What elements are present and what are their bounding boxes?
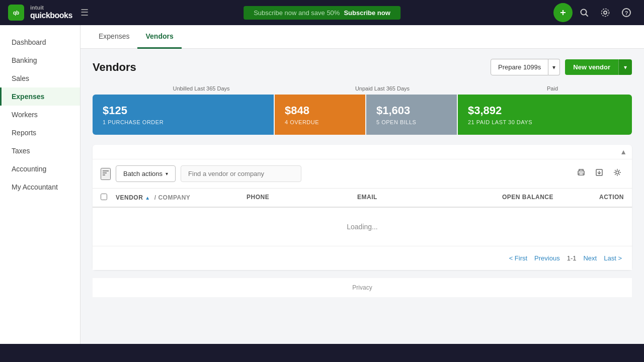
main-layout: Dashboard Banking Sales Expenses Workers… xyxy=(0,25,644,344)
settings-table-icon[interactable] xyxy=(611,166,624,182)
print-icon[interactable] xyxy=(575,166,588,182)
card-open-bills[interactable]: $1,603 5 OPEN BILLS xyxy=(366,95,457,135)
new-vendor-group: New vendor ▾ xyxy=(565,59,632,75)
svg-line-6 xyxy=(586,15,588,17)
privacy-footer: Privacy xyxy=(93,278,632,297)
card-purchase-orders-desc: 1 PURCHASE ORDER xyxy=(103,119,264,125)
intuit-logo-icon: qb xyxy=(8,5,24,21)
sidebar: Dashboard Banking Sales Expenses Workers… xyxy=(0,25,80,344)
svg-text:?: ? xyxy=(625,10,628,16)
card-overdue[interactable]: $848 4 OVERDUE xyxy=(275,95,365,135)
pagination-previous[interactable]: Previous xyxy=(532,253,562,263)
th-checkbox xyxy=(101,194,116,202)
sidebar-item-my-accountant[interactable]: My Accountant xyxy=(0,178,80,196)
summary-labels-row: Unbilled Last 365 Days Unpaid Last 365 D… xyxy=(93,85,632,95)
settings-button[interactable] xyxy=(596,3,615,22)
svg-point-7 xyxy=(604,11,607,14)
table-toolbar: Batch actions ▾ xyxy=(93,159,632,189)
batch-actions-label: Batch actions xyxy=(123,170,163,177)
th-email[interactable]: EMAIL xyxy=(357,194,488,202)
page-header: Vendors Prepare 1099s ▾ New vendor ▾ xyxy=(93,59,632,75)
th-action: ACTION xyxy=(564,194,624,202)
sort-icon-button[interactable] xyxy=(101,168,111,180)
top-nav-actions: ? xyxy=(553,3,636,22)
chevron-down-icon-green: ▾ xyxy=(624,64,627,71)
prepare-1099s-group: Prepare 1099s ▾ xyxy=(491,59,560,75)
sidebar-item-dashboard[interactable]: Dashboard xyxy=(0,33,80,51)
header-actions: Prepare 1099s ▾ New vendor ▾ xyxy=(491,59,632,75)
unpaid-label: Unpaid Last 365 Days xyxy=(292,85,473,92)
tab-expenses[interactable]: Expenses xyxy=(91,25,137,49)
svg-point-18 xyxy=(616,171,619,174)
add-button[interactable] xyxy=(553,3,573,22)
top-navigation: qb intuit quickbooks ☰ Subscribe now and… xyxy=(0,0,644,25)
paid-label: Paid xyxy=(473,85,632,92)
card-purchase-orders-amount: $125 xyxy=(103,104,264,117)
unbilled-label: Unbilled Last 365 Days xyxy=(111,85,292,92)
export-icon[interactable] xyxy=(593,166,606,182)
svg-text:qb: qb xyxy=(13,10,19,16)
table-loading: Loading... xyxy=(93,208,632,246)
page-title: Vendors xyxy=(93,61,136,74)
chevron-down-icon: ▾ xyxy=(552,64,555,71)
intuit-text: intuit xyxy=(30,5,72,11)
prepare-1099s-dropdown-button[interactable]: ▾ xyxy=(548,59,560,75)
vendor-search-input[interactable] xyxy=(181,165,301,182)
bottom-bar xyxy=(0,344,644,362)
card-open-bills-desc: 5 OPEN BILLS xyxy=(376,119,447,125)
th-vendor-label: VENDOR xyxy=(116,194,143,201)
batch-actions-button[interactable]: Batch actions ▾ xyxy=(116,165,176,182)
pagination-first[interactable]: < First xyxy=(507,253,529,263)
pagination: < First Previous 1-1 Next Last > xyxy=(93,246,632,270)
card-paid-last-30-desc: 21 PAID LAST 30 DAYS xyxy=(468,119,622,125)
subscribe-link[interactable]: Subscribe now xyxy=(344,9,390,17)
sidebar-item-accounting[interactable]: Accounting xyxy=(0,160,80,178)
th-open-balance[interactable]: OPEN BALANCE xyxy=(488,194,564,202)
new-vendor-dropdown-button[interactable]: ▾ xyxy=(618,59,632,75)
toolbar-right-icons xyxy=(575,166,624,182)
new-vendor-button[interactable]: New vendor xyxy=(565,59,618,75)
page-body: Vendors Prepare 1099s ▾ New vendor ▾ xyxy=(80,49,644,307)
card-overdue-amount: $848 xyxy=(285,104,355,117)
table-header: VENDOR ▲ / COMPANY PHONE EMAIL OPEN BALA… xyxy=(93,189,632,208)
collapse-bar: ▲ xyxy=(93,145,632,159)
card-paid-last-30-amount: $3,892 xyxy=(468,104,622,117)
card-purchase-orders[interactable]: $125 1 PURCHASE ORDER xyxy=(93,95,274,135)
tab-vendors[interactable]: Vendors xyxy=(137,25,181,49)
sort-asc-icon: ▲ xyxy=(145,195,150,201)
batch-actions-caret: ▾ xyxy=(166,171,168,176)
sub-navigation: Expenses Vendors xyxy=(80,25,644,49)
pagination-last[interactable]: Last > xyxy=(602,253,624,263)
sidebar-item-sales[interactable]: Sales xyxy=(0,69,80,87)
logo-text: intuit quickbooks xyxy=(30,5,72,21)
summary-cards-row: $125 1 PURCHASE ORDER $848 4 OVERDUE $1,… xyxy=(93,95,632,135)
th-phone[interactable]: PHONE xyxy=(247,194,357,202)
loading-text: Loading... xyxy=(347,223,378,231)
main-content: Expenses Vendors Vendors Prepare 1099s ▾… xyxy=(80,25,644,344)
collapse-button[interactable]: ▲ xyxy=(620,148,627,156)
card-overdue-desc: 4 OVERDUE xyxy=(285,119,355,125)
sidebar-item-workers[interactable]: Workers xyxy=(0,106,80,124)
logo-area: qb intuit quickbooks xyxy=(8,5,72,21)
th-company-divider: / COMPANY xyxy=(154,194,191,201)
prepare-1099s-button[interactable]: Prepare 1099s xyxy=(491,59,548,75)
privacy-link[interactable]: Privacy xyxy=(352,284,372,291)
sidebar-item-expenses[interactable]: Expenses xyxy=(0,87,80,106)
pagination-range: 1-1 xyxy=(565,253,579,263)
pagination-next[interactable]: Next xyxy=(581,253,599,263)
sidebar-item-reports[interactable]: Reports xyxy=(0,124,80,142)
summary-cards-container: Unbilled Last 365 Days Unpaid Last 365 D… xyxy=(93,85,632,135)
card-open-bills-amount: $1,603 xyxy=(376,104,447,117)
card-paid-last-30[interactable]: $3,892 21 PAID LAST 30 DAYS xyxy=(458,95,632,135)
select-all-checkbox[interactable] xyxy=(101,194,107,200)
menu-button[interactable]: ☰ xyxy=(80,7,89,18)
search-button[interactable] xyxy=(575,3,594,22)
promo-banner: Subscribe now and save 50% Subscribe now xyxy=(244,6,400,20)
svg-rect-15 xyxy=(579,173,583,175)
sidebar-item-banking[interactable]: Banking xyxy=(0,51,80,69)
sidebar-item-taxes[interactable]: Taxes xyxy=(0,142,80,160)
promo-text: Subscribe now and save 50% xyxy=(254,9,340,17)
th-vendor[interactable]: VENDOR ▲ / COMPANY xyxy=(116,194,247,202)
svg-point-8 xyxy=(602,9,609,17)
help-button[interactable]: ? xyxy=(617,3,636,22)
